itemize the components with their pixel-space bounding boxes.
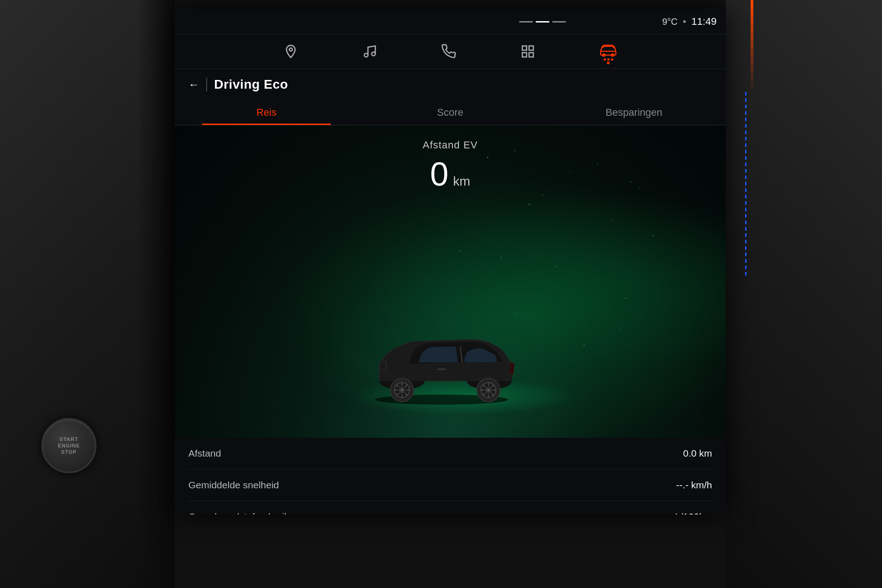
page-title: Driving Eco [214, 77, 288, 92]
top-bar: 9°C 11:49 [175, 9, 726, 34]
nav-icon-car[interactable] [599, 42, 617, 61]
slider-indicator-container [423, 21, 662, 23]
tab-score[interactable]: Score [358, 100, 542, 125]
slider-dot-3 [552, 21, 566, 23]
main-screen: 9°C 11:49 [175, 9, 726, 514]
stats-section: Afstand 0.0 km Gemiddelde snelheid --.- … [175, 438, 726, 514]
main-visual-area: Afstand EV 0 km [175, 125, 726, 438]
nav-icon-location[interactable] [283, 44, 298, 59]
svg-rect-5 [522, 53, 526, 57]
speed-label: Gemiddelde snelheid [188, 480, 279, 491]
nav-icon-phone[interactable] [441, 44, 456, 59]
svg-rect-36 [437, 368, 446, 370]
nav-icon-music[interactable] [362, 44, 377, 59]
stat-row-fuel: Gem. brandstofverbruik --.- L/100km [188, 501, 712, 514]
engine-label: ENGINE [58, 442, 80, 449]
interior-right [726, 0, 882, 588]
speed-value: --.- km/h [676, 480, 712, 491]
ev-distance-value: 0 km [430, 155, 470, 193]
accent-strip [751, 0, 753, 92]
tab-bar: Reis Score Besparingen [175, 100, 726, 125]
slider-dot-2 [536, 21, 549, 23]
fuel-label: Gem. brandstofverbruik [188, 511, 289, 514]
header-row: ← Driving Eco [175, 69, 726, 100]
nav-icon-grid[interactable] [520, 44, 535, 59]
start-engine-label: START [60, 436, 79, 442]
fuel-value: --.- L/100km [660, 511, 712, 514]
svg-point-27 [487, 389, 490, 391]
svg-point-15 [401, 389, 403, 391]
afstand-label: Afstand [188, 448, 221, 459]
slider-indicator [519, 21, 566, 23]
tab-besparingen[interactable]: Besparingen [542, 100, 726, 125]
car-illustration [354, 318, 529, 410]
back-button[interactable]: ← [188, 78, 199, 91]
start-engine-button[interactable]: START ENGINE STOP [41, 418, 96, 473]
svg-point-8 [603, 54, 605, 57]
temperature-display: 9°C [662, 17, 678, 27]
svg-point-1 [364, 53, 368, 57]
stop-label: STOP [61, 449, 77, 455]
car-interior: START ENGINE STOP 9°C 11:49 [0, 0, 882, 588]
svg-rect-6 [529, 53, 533, 57]
tab-reis[interactable]: Reis [175, 100, 358, 125]
svg-point-9 [611, 54, 614, 57]
svg-rect-4 [529, 46, 533, 50]
ev-number: 0 [430, 155, 448, 193]
blue-stitching [745, 92, 746, 276]
nav-bar [175, 34, 726, 69]
header-divider [206, 78, 207, 91]
stat-row-afstand: Afstand 0.0 km [188, 438, 712, 469]
time-separator [683, 20, 686, 23]
interior-left: START ENGINE STOP [0, 0, 175, 588]
ev-distance-label: Afstand EV [423, 139, 478, 151]
slider-dot-1 [519, 21, 533, 23]
ev-unit: km [453, 174, 470, 189]
svg-point-2 [372, 52, 375, 56]
afstand-value: 0.0 km [683, 448, 712, 459]
top-time-area: 9°C 11:49 [662, 16, 717, 28]
svg-rect-3 [522, 46, 526, 50]
time-display: 11:49 [691, 16, 717, 28]
stat-row-speed: Gemiddelde snelheid --.- km/h [188, 469, 712, 501]
svg-point-0 [289, 48, 293, 51]
